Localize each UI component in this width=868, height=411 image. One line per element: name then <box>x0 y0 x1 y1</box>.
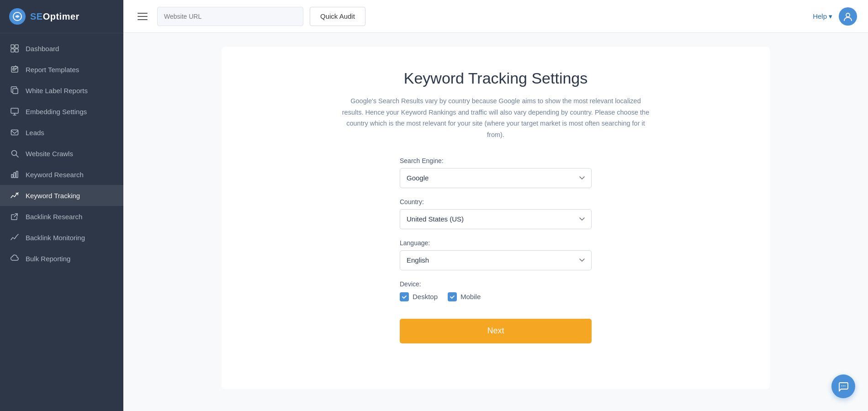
svg-rect-6 <box>13 89 18 94</box>
mobile-checkbox[interactable] <box>448 292 457 301</box>
page-description: Google's Search Results vary by country … <box>340 95 651 141</box>
device-label: Device: <box>400 280 592 288</box>
svg-rect-4 <box>15 49 18 52</box>
sidebar-item-label: Keyword Tracking <box>26 192 80 200</box>
hamburger-button[interactable] <box>134 8 151 25</box>
sidebar-item-label: White Label Reports <box>26 87 88 95</box>
svg-rect-8 <box>11 130 18 135</box>
sidebar-item-label: Backlink Monitoring <box>26 234 85 242</box>
logo-icon <box>9 8 26 25</box>
sidebar-item-label: Embedding Settings <box>26 108 87 116</box>
sidebar-item-bulk-reporting[interactable]: Bulk Reporting <box>0 248 123 269</box>
desktop-checkbox-label[interactable]: Desktop <box>400 292 438 301</box>
sidebar-item-embedding-settings[interactable]: Embedding Settings <box>0 101 123 122</box>
country-select[interactable]: United States (US) United Kingdom (UK) A… <box>400 209 592 229</box>
svg-point-9 <box>12 151 17 156</box>
svg-rect-5 <box>11 67 18 72</box>
svg-rect-12 <box>16 171 18 178</box>
language-select[interactable]: English Spanish French German <box>400 250 592 270</box>
svg-point-16 <box>845 385 846 386</box>
sidebar-item-keyword-tracking[interactable]: Keyword Tracking <box>0 185 123 206</box>
search-icon <box>10 149 19 158</box>
edit-icon <box>10 65 19 74</box>
sidebar-item-label: Bulk Reporting <box>26 255 70 263</box>
main-container: Quick Audit Help ▾ Keyword Tracking Sett… <box>123 0 868 411</box>
url-input[interactable] <box>157 7 303 26</box>
next-button[interactable]: Next <box>400 319 592 343</box>
copy-icon <box>10 86 19 95</box>
mobile-label: Mobile <box>460 293 481 300</box>
bar-chart-icon <box>10 170 19 179</box>
page-title: Keyword Tracking Settings <box>404 69 588 87</box>
country-group: Country: United States (US) United Kingd… <box>400 198 592 229</box>
desktop-checkbox[interactable] <box>400 292 409 301</box>
external-link-icon <box>10 212 19 221</box>
search-engine-group: Search Engine: Google Bing Yahoo <box>400 157 592 188</box>
content-area: Keyword Tracking Settings Google's Searc… <box>123 33 868 411</box>
chat-bubble-button[interactable] <box>831 374 855 398</box>
mobile-checkbox-label[interactable]: Mobile <box>448 292 481 301</box>
svg-rect-2 <box>15 45 18 48</box>
svg-rect-7 <box>11 108 18 113</box>
cloud-icon <box>10 254 19 263</box>
settings-form: Search Engine: Google Bing Yahoo Country… <box>400 157 592 343</box>
sidebar-item-backlink-research[interactable]: Backlink Research <box>0 206 123 227</box>
sidebar-navigation: Dashboard Report Templates White Label <box>0 33 123 411</box>
sidebar-item-backlink-monitoring[interactable]: Backlink Monitoring <box>0 227 123 248</box>
sidebar-item-keyword-research[interactable]: Keyword Research <box>0 164 123 185</box>
grid-icon <box>10 44 19 53</box>
sidebar-item-label: Backlink Research <box>26 213 82 221</box>
svg-rect-11 <box>14 173 16 178</box>
mail-icon <box>10 128 19 137</box>
sidebar-item-label: Website Crawls <box>26 150 73 158</box>
sidebar-logo: SEOptimer <box>0 0 123 33</box>
sidebar-item-leads[interactable]: Leads <box>0 122 123 143</box>
svg-point-14 <box>842 385 842 386</box>
logo-text: SEOptimer <box>30 11 79 22</box>
user-avatar[interactable] <box>839 7 857 26</box>
chevron-down-icon: ▾ <box>829 12 832 21</box>
svg-rect-10 <box>11 174 13 178</box>
sidebar-item-white-label-reports[interactable]: White Label Reports <box>0 80 123 101</box>
sidebar-item-label: Leads <box>26 129 44 137</box>
sidebar-item-label: Keyword Research <box>26 171 84 179</box>
sidebar-item-label: Report Templates <box>26 66 79 74</box>
desktop-label: Desktop <box>413 293 438 300</box>
svg-point-15 <box>843 385 844 386</box>
settings-card: Keyword Tracking Settings Google's Searc… <box>222 47 770 389</box>
sidebar: SEOptimer Dashboard <box>0 0 123 411</box>
help-button[interactable]: Help ▾ <box>813 12 832 21</box>
search-engine-label: Search Engine: <box>400 157 592 164</box>
device-options: Desktop Mobile <box>400 292 592 301</box>
monitor-icon <box>10 107 19 116</box>
sidebar-item-dashboard[interactable]: Dashboard <box>0 38 123 59</box>
svg-point-13 <box>846 13 850 17</box>
sidebar-item-report-templates[interactable]: Report Templates <box>0 59 123 80</box>
search-engine-select[interactable]: Google Bing Yahoo <box>400 168 592 188</box>
country-label: Country: <box>400 198 592 206</box>
language-label: Language: <box>400 239 592 247</box>
trending-icon <box>10 191 19 200</box>
svg-rect-1 <box>11 45 14 48</box>
sidebar-item-website-crawls[interactable]: Website Crawls <box>0 143 123 164</box>
language-group: Language: English Spanish French German <box>400 239 592 270</box>
header: Quick Audit Help ▾ <box>123 0 868 33</box>
trending-up-icon <box>10 233 19 242</box>
svg-rect-3 <box>11 49 14 52</box>
device-group: Device: Desktop <box>400 280 592 301</box>
quick-audit-button[interactable]: Quick Audit <box>310 7 365 26</box>
sidebar-item-label: Dashboard <box>26 45 59 53</box>
